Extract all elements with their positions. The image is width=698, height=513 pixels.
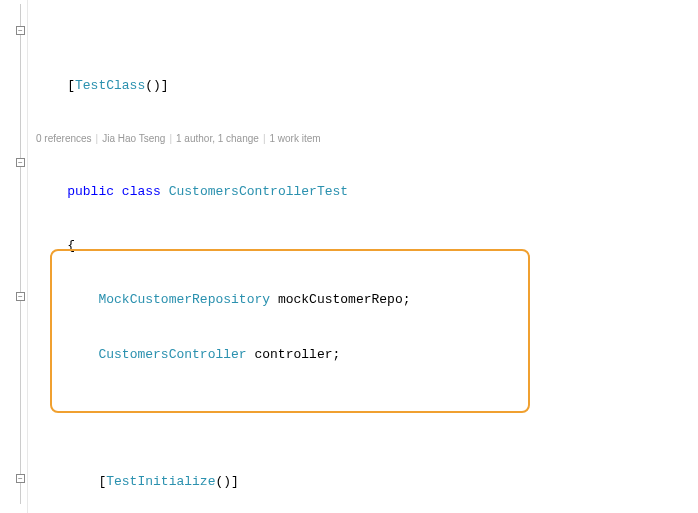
fold-button[interactable]: − [16, 26, 25, 35]
highlight-box [50, 249, 530, 413]
class-decl: public class CustomersControllerTest [36, 183, 698, 201]
field: CustomersController controller; [36, 346, 698, 364]
fold-button[interactable]: − [16, 158, 25, 167]
brace: { [36, 237, 698, 255]
outline-line [20, 4, 21, 504]
code-editor: − − − − [TestClass()] 0 references|Jia H… [0, 0, 698, 513]
codelens-changes[interactable]: 1 author, 1 change [176, 132, 259, 146]
gutter: − − − − [0, 0, 28, 513]
code-area[interactable]: [TestClass()] 0 references|Jia Hao Tseng… [28, 0, 698, 513]
field: MockCustomerRepository mockCustomerRepo; [36, 291, 698, 309]
codelens-refs[interactable]: 0 references [36, 132, 92, 146]
blank [36, 400, 698, 418]
attribute: [TestClass()] [36, 77, 698, 95]
fold-button[interactable]: − [16, 474, 25, 483]
attribute: [TestInitialize()] [36, 473, 698, 491]
codelens[interactable]: 0 references|Jia Hao Tseng|1 author, 1 c… [36, 131, 698, 146]
codelens-author[interactable]: Jia Hao Tseng [102, 132, 165, 146]
attr-name: TestClass [75, 78, 145, 93]
codelens-work[interactable]: 1 work item [269, 132, 320, 146]
fold-button[interactable]: − [16, 292, 25, 301]
